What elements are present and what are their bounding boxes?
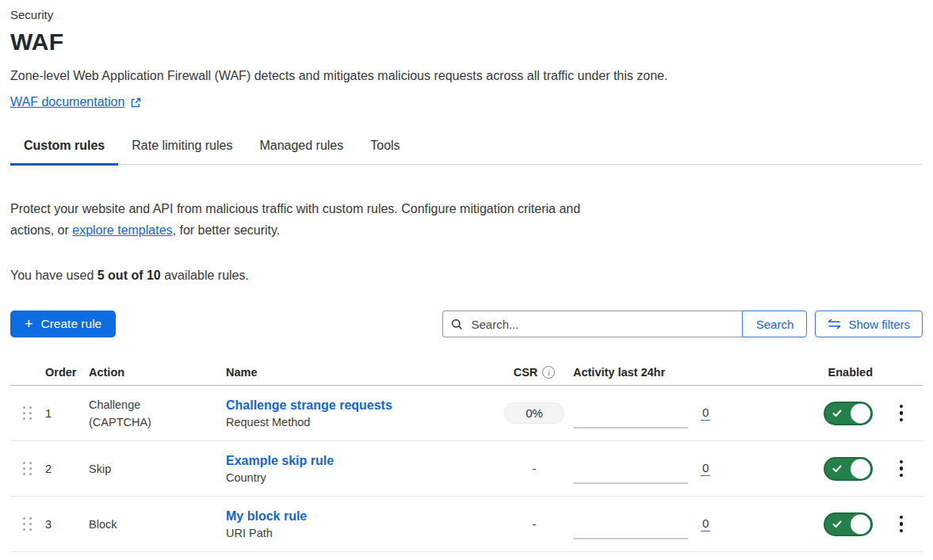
- row-menu-kebab-icon[interactable]: [897, 457, 907, 481]
- header-enabled: Enabled: [745, 366, 880, 379]
- header-activity: Activity last 24hr: [573, 366, 745, 379]
- checkmark-icon: [832, 410, 842, 417]
- rule-action-line1: Challenge: [89, 396, 226, 413]
- tab-managed-rules[interactable]: Managed rules: [246, 132, 357, 166]
- table-header-row: Order Action Name CSR i Activity last 24…: [10, 361, 923, 386]
- checkmark-icon: [832, 465, 842, 473]
- table-row: 1 Challenge (CAPTCHA) Challenge strange …: [10, 386, 923, 441]
- header-order: Order: [45, 366, 89, 379]
- create-rule-button[interactable]: + Create rule: [10, 310, 116, 337]
- activity-sparkline: [573, 454, 688, 484]
- search-icon: [451, 318, 463, 330]
- rule-field: Request Method: [226, 416, 495, 429]
- drag-handle-icon[interactable]: [10, 517, 45, 531]
- enabled-toggle[interactable]: [824, 402, 873, 425]
- external-link-icon: [130, 97, 142, 109]
- header-csr: CSR: [514, 366, 538, 379]
- breadcrumb-security: Security: [10, 8, 923, 21]
- rule-order: 3: [45, 518, 89, 531]
- plus-icon: +: [25, 317, 33, 331]
- csr-badge: 0%: [504, 402, 564, 424]
- rule-name-cell: My block rule URI Path: [226, 509, 495, 539]
- waf-documentation-link[interactable]: WAF documentation: [10, 95, 124, 109]
- enabled-toggle[interactable]: [824, 457, 873, 481]
- activity-count-link[interactable]: 0: [701, 461, 710, 476]
- explore-templates-link[interactable]: explore templates: [72, 223, 172, 237]
- activity-count-link[interactable]: 0: [701, 516, 710, 531]
- csr-empty: -: [533, 518, 537, 531]
- rules-usage-line: You have used 5 out of 10 available rule…: [10, 269, 923, 283]
- drag-handle-icon[interactable]: [10, 406, 45, 421]
- create-rule-label: Create rule: [41, 317, 102, 331]
- rule-name-link[interactable]: My block rule: [226, 509, 307, 524]
- waf-tab-bar: Custom rules Rate limiting rules Managed…: [10, 132, 923, 165]
- activity-sparkline: [573, 509, 688, 539]
- enabled-toggle[interactable]: [824, 512, 873, 536]
- checkmark-icon: [832, 520, 842, 528]
- table-row: 3 Block My block rule URI Path - 0: [10, 497, 923, 552]
- page-title: WAF: [10, 29, 923, 55]
- row-menu-kebab-icon[interactable]: [897, 512, 907, 536]
- rule-action-line1: Block: [89, 516, 226, 533]
- usage-count: 5 out of 10: [98, 269, 161, 282]
- toggle-knob: [851, 403, 870, 423]
- header-name: Name: [226, 366, 495, 379]
- search-box: [442, 310, 742, 337]
- rule-action-line2: (CAPTCHA): [89, 413, 226, 431]
- row-menu-kebab-icon[interactable]: [897, 402, 907, 425]
- usage-suffix: available rules.: [161, 269, 249, 282]
- rules-toolbar: + Create rule Search: [10, 310, 923, 337]
- waf-page: Security WAF Zone-level Web Application …: [0, 0, 933, 552]
- activity-count-link[interactable]: 0: [701, 406, 710, 421]
- toggle-knob: [851, 459, 870, 478]
- table-row: 2 Skip Example skip rule Country - 0: [10, 441, 923, 497]
- intro-text-after: , for better security.: [173, 223, 281, 237]
- rule-name-cell: Challenge strange requests Request Metho…: [226, 398, 495, 429]
- search-group: Search: [442, 310, 807, 337]
- swap-arrows-icon: [828, 318, 841, 330]
- rule-action: Block: [89, 516, 226, 533]
- drag-handle-icon[interactable]: [10, 462, 45, 476]
- info-icon[interactable]: i: [542, 366, 555, 379]
- rule-field: Country: [226, 471, 495, 484]
- tab-rate-limiting-rules[interactable]: Rate limiting rules: [118, 132, 246, 166]
- rule-action: Challenge (CAPTCHA): [89, 396, 226, 431]
- activity-sparkline: [573, 398, 688, 429]
- usage-prefix: You have used: [10, 269, 98, 282]
- rule-field: URI Path: [226, 527, 495, 539]
- custom-rules-table: Order Action Name CSR i Activity last 24…: [10, 361, 923, 552]
- show-filters-button[interactable]: Show filters: [815, 310, 923, 337]
- search-button[interactable]: Search: [742, 310, 807, 337]
- tab-custom-rules[interactable]: Custom rules: [10, 132, 118, 166]
- rule-action-line1: Skip: [89, 460, 226, 478]
- csr-empty: -: [533, 463, 537, 475]
- rule-action: Skip: [89, 460, 226, 478]
- search-input[interactable]: [469, 317, 734, 332]
- header-action: Action: [89, 366, 226, 379]
- custom-rules-intro: Protect your website and API from malici…: [10, 198, 603, 241]
- rule-order: 1: [45, 407, 89, 420]
- toggle-knob: [851, 514, 870, 534]
- rule-name-cell: Example skip rule Country: [226, 454, 495, 484]
- rule-name-link[interactable]: Example skip rule: [226, 454, 334, 468]
- tab-tools[interactable]: Tools: [357, 132, 413, 166]
- rule-name-link[interactable]: Challenge strange requests: [226, 398, 392, 413]
- show-filters-label: Show filters: [848, 318, 910, 331]
- rule-order: 2: [45, 463, 89, 475]
- page-description: Zone-level Web Application Firewall (WAF…: [10, 69, 923, 83]
